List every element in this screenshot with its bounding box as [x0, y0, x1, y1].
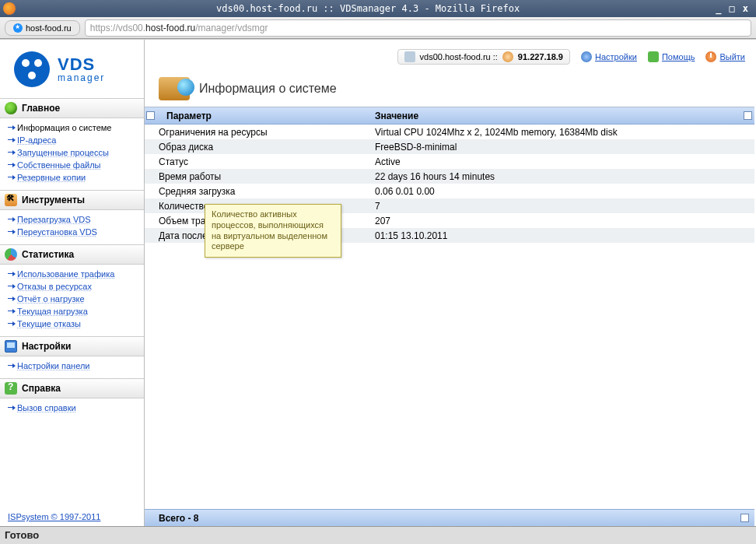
help-icon: [648, 51, 659, 62]
table-row[interactable]: Образ дискаFreeBSD-8-minimal: [145, 139, 754, 154]
column-picker-right[interactable]: [744, 111, 752, 120]
sidebar-item[interactable]: Резервные копии: [17, 171, 144, 184]
sidebar-item[interactable]: Переустановка VDS: [17, 226, 144, 238]
tools-icon: [5, 194, 17, 206]
sidebar-section-header[interactable]: Статистика: [0, 244, 144, 265]
col-param[interactable]: Параметр: [156, 111, 373, 121]
browser-toolbar: host-food.ru https://vds00.host-food.ru/…: [0, 17, 756, 39]
grid-footer-button[interactable]: [740, 514, 749, 522]
column-picker-left[interactable]: [146, 111, 155, 120]
sidebar-item[interactable]: Текущие отказы: [17, 318, 144, 330]
sidebar-section-header[interactable]: Главное: [0, 98, 144, 118]
table-row[interactable]: Средняя загрузка0.06 0.01 0.00: [145, 184, 754, 198]
sidebar-item[interactable]: Отчёт о нагрузке: [17, 293, 144, 305]
window-title: vds00.host-food.ru :: VDSmanager 4.3 - M…: [20, 3, 716, 14]
user-icon: [502, 51, 513, 62]
settings-link[interactable]: Настройки: [581, 51, 637, 62]
table-row[interactable]: Ограничения на ресурсыVirtual CPU 1024Mh…: [145, 125, 754, 139]
grid-header: Параметр Значение: [145, 107, 754, 125]
sidebar-item[interactable]: Собственные файлы: [17, 159, 144, 171]
app-logo: VDS manager: [0, 40, 144, 98]
sidebar-section-header[interactable]: Настройки: [0, 336, 144, 356]
window-titlebar: vds00.host-food.ru :: VDSmanager 4.3 - M…: [0, 0, 756, 17]
grid-body: Ограничения на ресурсыVirtual CPU 1024Mh…: [145, 125, 754, 509]
window-close-button[interactable]: x: [743, 3, 748, 14]
sidebar-item[interactable]: Перезагрузка VDS: [17, 213, 144, 226]
status-text: Готово: [5, 529, 39, 541]
sidebar-item[interactable]: IP-адреса: [17, 134, 144, 146]
sidebar-section-header[interactable]: Инструменты: [0, 190, 144, 210]
col-value[interactable]: Значение: [373, 111, 740, 121]
monitor-icon: [5, 340, 17, 353]
sidebar: VDS manager ГлавноеИнформация о системеI…: [0, 40, 145, 526]
top-toolbar: vds00.host-food.ru :: 91.227.18.9 Настро…: [145, 47, 756, 66]
address-bar[interactable]: https://vds00.host-food.ru/manager/vdsmg…: [85, 19, 751, 37]
total-count: Всего - 8: [159, 513, 199, 524]
sidebar-section-header[interactable]: Справка: [0, 378, 144, 398]
firefox-icon: [3, 2, 16, 15]
page-header: Информация о системе: [145, 71, 756, 107]
window-minimize-button[interactable]: _: [716, 3, 721, 14]
host-indicator: vds00.host-food.ru :: 91.227.18.9: [397, 49, 570, 65]
page-icon: [159, 77, 190, 100]
info-grid: Параметр Значение Ограничения на ресурсы…: [145, 107, 754, 526]
help-icon: [5, 382, 17, 395]
sidebar-item[interactable]: Использование трафика: [17, 268, 144, 280]
window-maximize-button[interactable]: □: [730, 3, 735, 14]
sidebar-item[interactable]: Настройки панели: [17, 360, 144, 372]
server-icon: [404, 51, 415, 62]
stats-icon: [5, 248, 17, 261]
table-row[interactable]: СтатусActive: [145, 154, 754, 169]
page-title: Информация о системе: [199, 82, 337, 96]
ip-address: 91.227.18.9: [518, 52, 563, 61]
sidebar-item[interactable]: Текущая нагрузка: [17, 305, 144, 318]
browser-statusbar: Готово: [0, 526, 756, 543]
sidebar-item[interactable]: Информация о системе: [17, 121, 144, 134]
sidebar-item[interactable]: Вызов справки: [17, 402, 144, 414]
sidebar-item[interactable]: Запущенные процессы: [17, 146, 144, 159]
tooltip: Количество активных процессов, выполняющ…: [205, 204, 341, 258]
tab-label: host-food.ru: [26, 23, 72, 33]
logo-icon: [14, 51, 50, 87]
globe-icon: [5, 102, 17, 114]
power-icon: [705, 51, 716, 62]
help-link[interactable]: Помощь: [648, 51, 695, 62]
table-row[interactable]: Время работы22 days 16 hours 14 minutes: [145, 169, 754, 184]
favicon-icon: [13, 23, 23, 33]
exit-link[interactable]: Выйти: [705, 51, 745, 62]
copyright-link[interactable]: ISPsystem © 1997-2011: [0, 507, 144, 526]
sidebar-item[interactable]: Отказы в ресурсах: [17, 280, 144, 293]
grid-footer: Всего - 8: [145, 509, 754, 526]
gear-icon: [581, 51, 592, 62]
browser-tab[interactable]: host-food.ru: [5, 20, 80, 36]
